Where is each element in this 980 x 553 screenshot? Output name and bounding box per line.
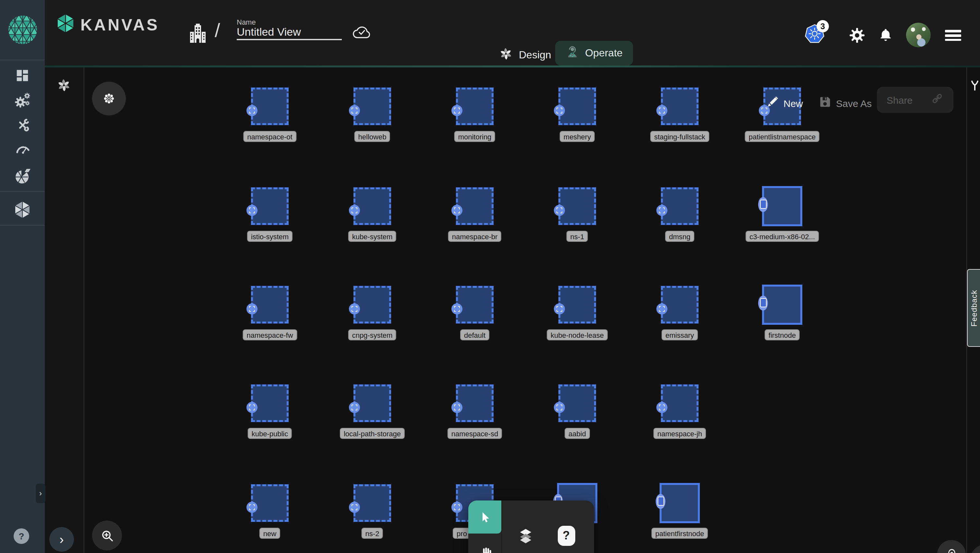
node-handle[interactable] xyxy=(247,205,258,216)
node-handle[interactable] xyxy=(452,205,463,216)
node-label: namespace-sd xyxy=(447,428,502,439)
notifications-bell-icon[interactable] xyxy=(878,27,893,42)
nodes-layer: namespace-othellowebmonitoringmesherysta… xyxy=(0,0,980,553)
tool-help[interactable]: ? xyxy=(548,519,584,552)
node-handle[interactable] xyxy=(656,105,667,116)
namespace-node[interactable] xyxy=(762,284,802,325)
node-handle[interactable] xyxy=(247,304,258,315)
header-bar: KANVAS / Name xyxy=(45,0,980,65)
tab-design[interactable]: Design xyxy=(499,47,551,64)
namespace-node[interactable] xyxy=(251,188,289,225)
avatar[interactable] xyxy=(906,23,931,47)
namespace-node[interactable] xyxy=(456,87,493,125)
rail-expand-chevron-button[interactable]: › xyxy=(49,527,74,552)
new-label: New xyxy=(783,98,803,109)
node-handle[interactable] xyxy=(656,205,667,216)
kubernetes-contexts-badge[interactable]: 3 xyxy=(805,24,824,43)
sidebar-item-kanvas[interactable] xyxy=(0,196,45,222)
new-view-button[interactable]: New xyxy=(765,95,803,111)
node-label: monitoring xyxy=(454,131,495,142)
node-handle[interactable] xyxy=(758,295,768,310)
settings-gear-icon[interactable] xyxy=(849,27,865,43)
meshery-mosaic-logo[interactable] xyxy=(0,0,45,60)
node-handle[interactable] xyxy=(452,304,463,315)
sidebar-item-configuration[interactable] xyxy=(0,116,45,134)
node-handle[interactable] xyxy=(656,494,665,509)
toolbar-divider xyxy=(501,501,502,553)
dock-flower-button[interactable] xyxy=(92,82,126,115)
namespace-node[interactable] xyxy=(456,188,493,225)
namespace-node[interactable] xyxy=(353,286,391,324)
magnifier-plus-icon xyxy=(100,528,115,543)
node-handle[interactable] xyxy=(247,502,258,513)
namespace-node[interactable] xyxy=(251,484,289,522)
node-label: local-path-storage xyxy=(340,428,405,439)
breadcrumb-slash: / xyxy=(215,19,220,41)
save-as-button[interactable]: Save As xyxy=(818,95,872,111)
sidebar-item-performance[interactable] xyxy=(0,141,45,159)
node-handle[interactable] xyxy=(554,402,565,413)
node-label: new xyxy=(259,528,280,539)
node-handle[interactable] xyxy=(452,105,463,116)
node-handle[interactable] xyxy=(349,402,360,413)
rail-pinwheel-icon[interactable] xyxy=(56,78,72,95)
name-field-underline xyxy=(237,39,342,40)
node-handle[interactable] xyxy=(452,402,463,413)
tool-pan-hand[interactable] xyxy=(468,536,501,553)
node-handle[interactable] xyxy=(656,402,667,413)
organization-building-icon[interactable] xyxy=(189,23,207,43)
node-handle[interactable] xyxy=(247,402,258,413)
node-label: namespace-jh xyxy=(654,428,706,439)
namespace-node[interactable] xyxy=(456,286,493,324)
namespace-node[interactable] xyxy=(661,87,698,125)
node-label: default xyxy=(460,329,489,340)
tool-select-cursor[interactable] xyxy=(468,501,501,534)
namespace-node[interactable] xyxy=(558,286,596,324)
sidebar-expander-tab[interactable]: › xyxy=(36,484,45,503)
tool-layers[interactable] xyxy=(509,519,542,552)
menu-burger-icon[interactable] xyxy=(945,28,961,43)
operator-headset-icon xyxy=(566,45,579,61)
tab-operate[interactable]: Operate xyxy=(555,41,633,65)
view-name-input[interactable] xyxy=(237,26,340,39)
namespace-node[interactable] xyxy=(353,188,391,225)
namespace-node[interactable] xyxy=(251,286,289,324)
sidebar-item-extensions[interactable] xyxy=(0,166,45,186)
node-handle[interactable] xyxy=(349,205,360,216)
help-button[interactable]: ? xyxy=(14,528,29,544)
node-handle[interactable] xyxy=(758,197,768,212)
node-handle[interactable] xyxy=(554,105,565,116)
namespace-node[interactable] xyxy=(762,186,802,226)
namespace-node[interactable] xyxy=(661,385,698,422)
node-handle[interactable] xyxy=(349,304,360,315)
namespace-node[interactable] xyxy=(558,385,596,422)
node-handle[interactable] xyxy=(247,105,258,116)
namespace-node[interactable] xyxy=(353,87,391,125)
feedback-tab[interactable]: Feedback xyxy=(967,269,980,347)
node-handle[interactable] xyxy=(554,205,565,216)
node-handle[interactable] xyxy=(656,304,667,315)
namespace-node[interactable] xyxy=(661,188,698,225)
node-handle[interactable] xyxy=(554,304,565,315)
node-handle[interactable] xyxy=(349,502,360,513)
namespace-node[interactable] xyxy=(456,385,493,422)
namespace-node[interactable] xyxy=(558,188,596,225)
save-as-label: Save As xyxy=(836,98,872,109)
kanvas-app: KANVAS / Name xyxy=(0,0,980,553)
namespace-node[interactable] xyxy=(660,483,700,523)
share-button[interactable]: Share xyxy=(877,87,953,113)
namespace-node[interactable] xyxy=(353,484,391,522)
sidebar-item-dashboard[interactable] xyxy=(0,66,45,84)
namespace-node[interactable] xyxy=(251,385,289,422)
namespace-node[interactable] xyxy=(558,87,596,125)
namespace-node[interactable] xyxy=(353,385,391,422)
sidebar-item-lifecycle[interactable] xyxy=(0,91,45,109)
namespace-node[interactable] xyxy=(251,87,289,125)
node-label: namespace-fw xyxy=(243,329,297,340)
merge-y-icon[interactable] xyxy=(969,79,980,95)
node-label: ns-1 xyxy=(566,231,588,242)
node-handle[interactable] xyxy=(452,502,463,513)
namespace-node[interactable] xyxy=(661,286,698,324)
node-handle[interactable] xyxy=(349,105,360,116)
zoom-in-button[interactable] xyxy=(92,521,122,550)
